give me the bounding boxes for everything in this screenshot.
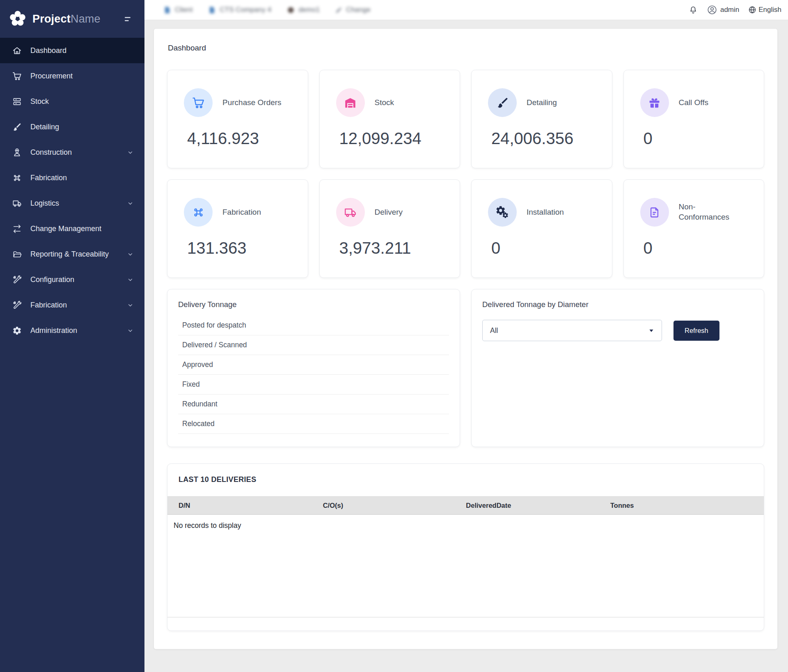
stat-label: Call Offs: [679, 98, 709, 108]
tools-icon: [12, 300, 22, 310]
column-header-d-n[interactable]: D/N: [167, 502, 312, 509]
stat-icon-circle: [184, 198, 213, 227]
sidebar-item-fabrication[interactable]: Fabrication: [0, 292, 144, 318]
column-header-c-o-s[interactable]: C/O(s): [312, 502, 455, 509]
sidebar-item-label: Dashboard: [30, 46, 134, 55]
content-area: Dashboard Purchase Orders4,116.923Stock1…: [144, 20, 788, 672]
empty-message: No records to display: [167, 515, 764, 530]
globe-icon: [748, 6, 756, 14]
tonnage-row-delivered-scanned: Delivered / Scanned: [178, 335, 449, 355]
tools-icon: [12, 275, 22, 284]
topbar-item-client[interactable]: Client: [163, 6, 192, 14]
stat-label: Fabrication: [222, 207, 261, 218]
stat-label: Installation: [527, 207, 564, 218]
stat-icon-circle: [488, 88, 517, 117]
brand-name: ProjectName: [32, 13, 101, 25]
page-title: Dashboard: [168, 44, 764, 53]
stat-head: Stock: [336, 88, 449, 117]
cart-icon: [12, 71, 22, 81]
last-deliveries-panel: LAST 10 DELIVERIES D/NC/O(s)DeliveredDat…: [167, 463, 764, 631]
sidebar-item-change-management[interactable]: Change Management: [0, 216, 144, 241]
sidebar-item-reporting-traceability[interactable]: Reporting & Traceability: [0, 241, 144, 267]
stat-value: 0: [491, 239, 600, 257]
sidebar-item-label: Logistics: [30, 199, 118, 208]
diameter-select[interactable]: All: [482, 320, 662, 341]
sidebar-item-construction[interactable]: Construction: [0, 140, 144, 165]
warehouse-icon: [344, 96, 357, 109]
stat-label: Purchase Orders: [222, 98, 282, 108]
command-icon: [192, 206, 205, 219]
sidebar-item-administration[interactable]: Administration: [0, 318, 144, 343]
chevron-down-icon: [127, 302, 134, 309]
tonnage-row-posted-for-despatch: Posted for despatch: [178, 316, 449, 335]
avatar-icon[interactable]: [707, 5, 717, 15]
stat-label: Delivery: [375, 207, 403, 218]
topbar-item-label: demo1: [298, 6, 320, 14]
sidebar-item-stock[interactable]: Stock: [0, 89, 144, 114]
table-body: No records to display: [167, 515, 764, 617]
dashboard-card: Dashboard Purchase Orders4,116.923Stock1…: [153, 28, 778, 649]
user-menu[interactable]: admin: [720, 6, 739, 14]
stat-icon-circle: [640, 198, 669, 227]
topbar-item-demo1[interactable]: demo1: [287, 6, 320, 14]
stat-head: Fabrication: [184, 198, 296, 227]
column-header-delivereddate[interactable]: DeliveredDate: [455, 502, 599, 509]
logo-icon: [8, 9, 27, 28]
stat-card-call-offs[interactable]: Call Offs0: [623, 70, 765, 168]
sidebar: ProjectName DashboardProcurementStockDet…: [0, 0, 144, 672]
tonnage-row-fixed: Fixed: [178, 375, 449, 394]
sidebar-item-label: Detailing: [30, 123, 134, 131]
stat-icon-circle: [336, 198, 365, 227]
brand-suffix: Name: [71, 13, 101, 25]
cart-icon: [192, 96, 205, 109]
sidebar-item-dashboard[interactable]: Dashboard: [0, 38, 144, 63]
topbar-context-links: ClientCTS Company 4demo1Change: [163, 6, 371, 14]
stat-card-non-conformances[interactable]: Non-Conformances0: [623, 179, 765, 278]
stat-head: Purchase Orders: [184, 88, 296, 117]
topbar-user-area: admin English: [689, 5, 781, 15]
topbar-item-cts-company-4[interactable]: CTS Company 4: [208, 6, 271, 14]
sidebar-item-detailing[interactable]: Detailing: [0, 114, 144, 140]
tonnage-by-diameter-title: Delivered Tonnage by Diameter: [482, 300, 753, 309]
collapse-icon[interactable]: [124, 14, 134, 24]
stat-card-delivery[interactable]: Delivery3,973.211: [319, 179, 460, 278]
refresh-button[interactable]: Refresh: [673, 321, 719, 341]
topbar-item-label: Client: [175, 6, 192, 14]
tonnage-row-redundant: Redundant: [178, 394, 449, 414]
bell-icon[interactable]: [689, 5, 698, 14]
chevron-down-icon: [127, 149, 134, 156]
stat-card-detailing[interactable]: Detailing24,006.356: [471, 70, 612, 168]
stat-card-fabrication[interactable]: Fabrication131.363: [167, 179, 308, 278]
stat-card-purchase-orders[interactable]: Purchase Orders4,116.923: [167, 70, 308, 168]
table-header-row: D/NC/O(s)DeliveredDateTonnes: [167, 496, 764, 515]
stat-label: Non-Conformances: [679, 202, 744, 222]
column-header-tonnes[interactable]: Tonnes: [599, 502, 764, 509]
stat-card-stock[interactable]: Stock12,099.234: [319, 70, 460, 168]
person-icon: [12, 148, 22, 157]
deliveries-table: D/NC/O(s)DeliveredDateTonnes No records …: [167, 496, 764, 617]
language-menu[interactable]: English: [758, 6, 781, 14]
chevron-down-icon: [127, 251, 134, 258]
stat-head: Delivery: [336, 198, 449, 227]
delivery-tonnage-title: Delivery Tonnage: [178, 300, 449, 309]
brush-icon: [496, 96, 509, 109]
sidebar-item-procurement[interactable]: Procurement: [0, 63, 144, 89]
sidebar-item-label: Configuration: [30, 275, 118, 284]
document-icon: [208, 6, 216, 14]
sidebar-item-configuration[interactable]: Configuration: [0, 267, 144, 292]
command-icon: [12, 173, 22, 183]
stat-head: Call Offs: [640, 88, 753, 117]
chevron-down-icon: [127, 327, 134, 334]
sidebar-item-fabrication[interactable]: Fabrication: [0, 165, 144, 190]
topbar-item-change[interactable]: Change: [335, 6, 371, 14]
stat-card-installation[interactable]: Installation0: [471, 179, 612, 278]
home-icon: [12, 46, 22, 55]
last-deliveries-title: LAST 10 DELIVERIES: [167, 475, 764, 484]
stat-value: 4,116.923: [187, 129, 296, 148]
stat-head: Non-Conformances: [640, 198, 753, 227]
folder-icon: [12, 250, 22, 259]
sidebar-item-logistics[interactable]: Logistics: [0, 190, 144, 216]
stat-label: Detailing: [527, 98, 557, 108]
stat-value: 0: [644, 129, 753, 148]
brand-project: Project: [32, 13, 71, 25]
